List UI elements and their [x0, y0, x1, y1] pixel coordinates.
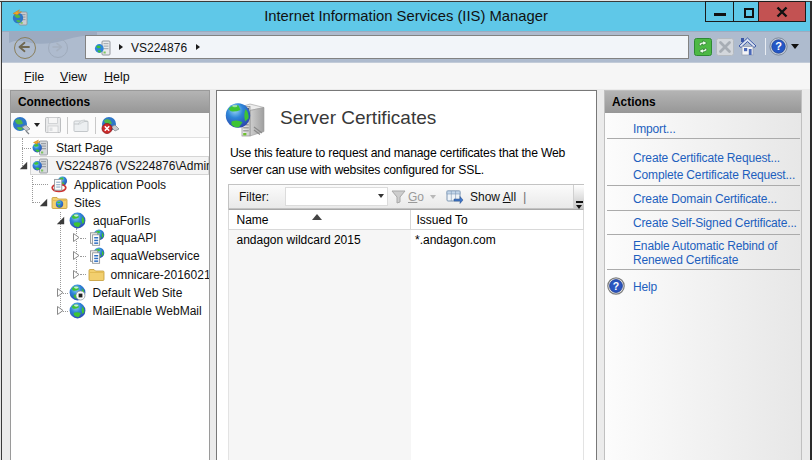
svg-text:?: ? [775, 40, 782, 52]
svg-text:?: ? [613, 280, 619, 292]
